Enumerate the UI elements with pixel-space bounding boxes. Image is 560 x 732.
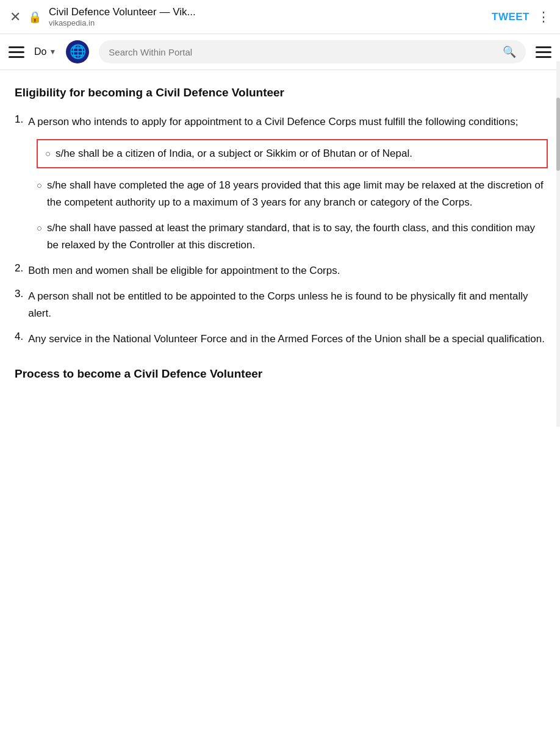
- bullet-icon: ○: [37, 178, 42, 211]
- list-number-4: 4.: [15, 331, 23, 348]
- list-text-3: A person shall not be entitled to be app…: [28, 288, 548, 322]
- search-bar-container: 🔍: [99, 40, 526, 63]
- list-item-4: 4. Any service in the National Volunteer…: [15, 331, 548, 348]
- browser-url: vikaspedia.in: [49, 18, 484, 27]
- sub-list-1: ○ s/he shall be a citizen of India, or a…: [15, 139, 548, 254]
- tweet-button[interactable]: TWEET: [492, 11, 529, 23]
- browser-title-area: Civil Defence Volunteer — Vik... vikaspe…: [49, 6, 484, 27]
- list-number-2: 2.: [15, 262, 23, 279]
- chevron-down-icon: ▼: [49, 48, 56, 56]
- list-item-1: 1. A person who intends to apply for app…: [15, 113, 548, 131]
- list-text-1: A person who intends to apply for appoin…: [28, 113, 518, 131]
- do-dropdown[interactable]: Do ▼: [34, 46, 56, 57]
- more-options-icon[interactable]: ⋮: [537, 9, 550, 25]
- bullet-icon: ○: [37, 221, 42, 254]
- sub-item-3: ○ s/he shall have passed at least the pr…: [37, 220, 548, 254]
- lock-icon: 🔒: [28, 10, 41, 24]
- list-number-1: 1.: [15, 113, 23, 131]
- sub-item-text-2: s/he shall have completed the age of 18 …: [47, 177, 548, 211]
- sub-item-2: ○ s/he shall have completed the age of 1…: [37, 177, 548, 211]
- list-item-2: 2. Both men and women shall be eligible …: [15, 262, 548, 279]
- bullet-icon: ○: [45, 146, 51, 162]
- main-content: Eligibility for becoming a Civil Defence…: [0, 70, 560, 395]
- close-icon[interactable]: ✕: [10, 9, 21, 25]
- left-hamburger-icon[interactable]: [9, 46, 24, 58]
- scrollbar-thumb[interactable]: [556, 98, 560, 171]
- main-list: 1. A person who intends to apply for app…: [15, 113, 548, 348]
- browser-chrome: ✕ 🔒 Civil Defence Volunteer — Vik... vik…: [0, 0, 560, 34]
- list-text-2: Both men and women shall be eligible for…: [28, 262, 340, 279]
- search-input[interactable]: [109, 47, 497, 57]
- highlighted-sub-item: ○ s/he shall be a citizen of India, or a…: [37, 139, 548, 168]
- search-icon[interactable]: 🔍: [503, 45, 516, 59]
- right-hamburger-icon[interactable]: [536, 46, 551, 58]
- globe-icon[interactable]: 🌐: [66, 40, 89, 63]
- list-text-4: Any service in the National Volunteer Fo…: [28, 331, 545, 348]
- list-number-3: 3.: [15, 288, 23, 322]
- browser-title: Civil Defence Volunteer — Vik...: [49, 6, 484, 18]
- next-section-title: Process to become a Civil Defence Volunt…: [15, 362, 548, 381]
- sub-item-text-1: s/he shall be a citizen of India, or a s…: [56, 145, 539, 162]
- list-item-3: 3. A person shall not be entitled to be …: [15, 288, 548, 322]
- scrollbar-track[interactable]: [556, 61, 560, 427]
- do-label: Do: [34, 46, 46, 57]
- sub-item-text-3: s/he shall have passed at least the prim…: [47, 220, 548, 254]
- nav-bar: Do ▼ 🌐 🔍: [0, 34, 560, 70]
- section-heading: Eligibility for becoming a Civil Defence…: [15, 85, 548, 101]
